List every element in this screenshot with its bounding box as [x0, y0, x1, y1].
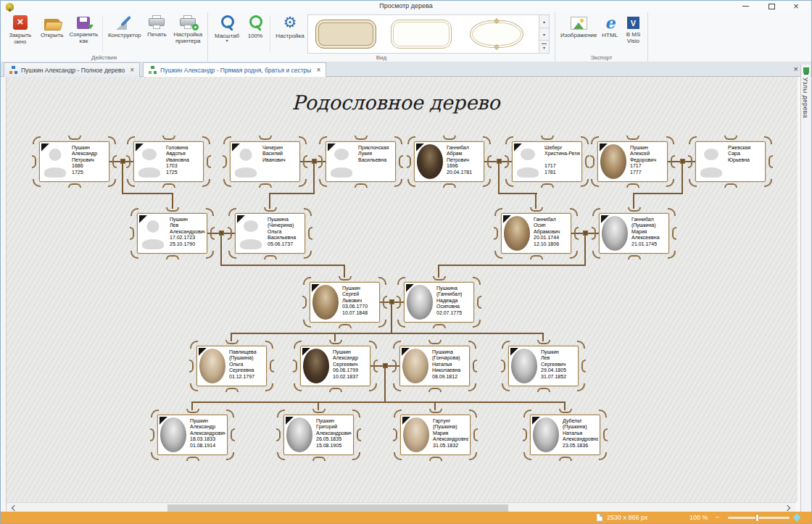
export-html-button[interactable]: e HTML — [600, 14, 621, 38]
app-window: Просмотр дерева × × Закрыть окно Открыть… — [0, 0, 812, 524]
person-card[interactable]: Дубельт(Пушкина)НатальяАлександровна23.0… — [524, 410, 606, 459]
settings-button[interactable]: ⚙ Настройка — [273, 14, 307, 39]
portrait-photo — [402, 348, 429, 384]
couple-node — [219, 230, 224, 236]
gallery-expand-button[interactable]: ▾ — [539, 41, 550, 54]
frame-flourish-icon — [537, 340, 550, 344]
person-info: ПушкинАлександрАлександрович18.03.183301… — [187, 417, 225, 453]
designer-button[interactable]: Конструктор — [105, 14, 144, 38]
magnifier-100-icon — [247, 15, 263, 30]
person-info: ПушкинГригорийАлександрович26.05.183515.… — [313, 417, 352, 453]
person-info-line: 1703 — [166, 163, 202, 169]
person-card[interactable]: ПушкинЛевАлександрович17.02.172325.10.17… — [131, 209, 213, 258]
maximize-button[interactable] — [761, 1, 782, 12]
person-card[interactable]: Пушкина(Гончарова)НатальяНиколаевна08.09… — [394, 341, 476, 391]
person-card[interactable]: ШебергХристина-Регина 17171781 — [506, 137, 588, 186]
portrait-photo — [503, 215, 531, 251]
frame-flourish-icon — [166, 255, 179, 259]
scroll-left-icon[interactable] — [12, 505, 17, 511]
button-label: HTML — [602, 32, 618, 38]
person-info: Пушкина(Чичерина)ОльгаВасильевна05.06.17… — [265, 215, 303, 251]
zoom-in-button[interactable] — [792, 513, 800, 521]
dropdown-arrow-icon: ▾ — [225, 39, 228, 43]
open-button[interactable]: Открыть — [37, 14, 67, 38]
person-card[interactable]: ПушкинАлександрАлександрович18.03.183301… — [152, 410, 233, 459]
person-info-line: Ольга — [229, 362, 265, 367]
minimize-button[interactable] — [734, 1, 756, 12]
person-card-body: РжевскаяСараЮрьевна — [695, 141, 766, 182]
ribbon-group-export: Изображение e HTML V В MS Visio Экспорт — [555, 12, 648, 62]
zoom-slider[interactable] — [728, 517, 790, 519]
close-window-button[interactable]: × Закрыть окно — [4, 14, 37, 45]
person-card[interactable]: ГаннибалАбрамПетрович169620.04.1781 — [408, 137, 490, 186]
side-panel-label: Узлы дерева — [802, 78, 809, 118]
portrait-oval — [286, 417, 312, 452]
person-info-line: 10.07.1848 — [342, 310, 378, 316]
frame-style-option-2[interactable] — [386, 17, 457, 51]
export-visio-button[interactable]: V В MS Visio — [621, 14, 646, 44]
save-as-button[interactable]: Сохранить как — [67, 14, 101, 44]
tabbar-close-icon[interactable]: × — [794, 65, 798, 73]
person-card[interactable]: Павлищева(Пушкина)ОльгаСергеевна01.12.17… — [191, 341, 273, 391]
gallery-scroll-up-button[interactable]: ▴ — [539, 14, 550, 28]
person-card[interactable]: Пушкина(Чичерина)ОльгаВасильевна05.06.17… — [229, 209, 311, 258]
tab-full-tree[interactable]: Пушкин Александр - Полное дерево × — [4, 62, 140, 77]
person-card-body: Пушкина(Чичерина)ОльгаВасильевна05.06.17… — [235, 213, 305, 254]
portrait-oval — [303, 349, 329, 383]
export-image-button[interactable]: Изображение — [558, 14, 600, 38]
person-card[interactable]: ПушкинАлександрПетрович16861725 — [33, 137, 115, 186]
silhouette-female-icon — [328, 144, 355, 180]
tab-close-icon[interactable]: × — [130, 66, 134, 74]
tree-connector-line — [584, 234, 586, 265]
person-card[interactable]: Ганнибал(Пушкина)МарияАлексеевна21.01.17… — [593, 209, 675, 258]
person-info-line: Осип — [534, 223, 569, 228]
portrait-oval — [600, 144, 626, 179]
designer-icon — [115, 15, 134, 30]
side-panel-tab[interactable]: Узлы дерева — [800, 65, 811, 512]
frame-flourish-icon — [355, 183, 368, 188]
gear-badge-icon — [192, 24, 199, 30]
person-card[interactable]: Гартунг(Пушкина)МарияАлександровна31.05.… — [394, 410, 476, 459]
person-info-line: 12.10.1806 — [534, 241, 569, 247]
zoom-slider-thumb[interactable] — [755, 514, 759, 522]
person-card[interactable]: ЧичеринВасилийИванович — [224, 137, 306, 186]
scrollbar-thumb[interactable] — [167, 504, 508, 512]
person-card[interactable]: ПушкинСергейЛьвович03.06.177010.07.1848 — [304, 278, 386, 327]
gallery-scroll-down-button[interactable]: ▾ — [539, 28, 550, 41]
button-label: Сохранить как — [67, 31, 101, 44]
person-card[interactable]: ПушкинГригорийАлександрович26.05.183515.… — [278, 410, 360, 459]
person-card[interactable]: ПриклонскаяЛукияВасильевна — [320, 137, 402, 186]
person-card[interactable]: ГаннибалОсипАбрамович20.01.174412.10.180… — [495, 209, 577, 258]
zoom-out-button[interactable]: − — [716, 513, 720, 521]
person-card[interactable]: ГоловинаАвдотьяИвановна17031725 — [128, 137, 210, 186]
frame-flourish-icon — [276, 428, 281, 441]
person-card[interactable]: ПушкинАлексейФедорович17171777 — [592, 137, 674, 186]
person-card[interactable]: РжевскаяСараЮрьевна — [689, 137, 771, 186]
printer-setup-button[interactable]: Настройка принтера — [170, 14, 206, 44]
tab-close-icon[interactable]: × — [316, 66, 320, 74]
frame-style-option-3[interactable] — [461, 17, 532, 51]
zoom-100-button[interactable]: 100% — [243, 14, 268, 39]
person-info-line: (Пушкина) — [631, 223, 667, 228]
portrait-photo — [416, 144, 444, 180]
person-card[interactable]: ПушкинЛевСергеевич29.04.180531.07.1852 — [502, 341, 584, 391]
frame-flourish-icon — [473, 428, 478, 441]
person-info-line: 05.06.1737 — [268, 241, 303, 247]
frame-style-option-1[interactable] — [310, 17, 381, 51]
print-button[interactable]: Печать — [144, 14, 170, 38]
zoom-button[interactable]: Масштаб ▾ — [211, 14, 243, 43]
scroll-right-icon[interactable] — [784, 505, 790, 511]
tree-canvas[interactable]: Родословное дерево ПушкинАлександрПетров… — [7, 77, 798, 502]
close-window-titlebar-button[interactable]: × — [785, 1, 807, 12]
person-info-line: 29.04.1805 — [541, 367, 576, 373]
person-info-line: Василий — [262, 151, 298, 157]
frame-flourish-icon — [559, 457, 572, 461]
person-card[interactable]: ПушкинАлександрСергеевич06.06.179910.02.… — [294, 341, 376, 391]
tab-direct-family[interactable]: Пушкин Александр - Прямая родня, братья … — [143, 62, 326, 77]
person-info: ГоловинаАвдотьяИвановна17031725 — [163, 144, 202, 180]
frame-flourish-icon — [443, 183, 456, 188]
frame-flourish-icon — [581, 359, 586, 373]
frame-flourish-icon — [530, 255, 543, 259]
person-card[interactable]: Пушкина(Ганнибал)НадеждаОсиповна02.07.17… — [398, 278, 480, 327]
person-info-line: 31.07.1852 — [541, 374, 576, 380]
